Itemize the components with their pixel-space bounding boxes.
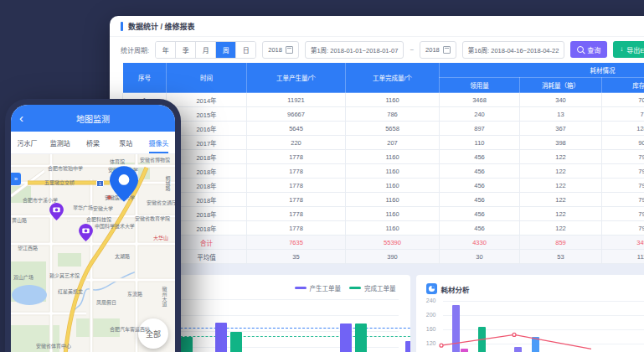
table-cell: 79	[602, 193, 644, 207]
period-option-年[interactable]: 年	[156, 42, 175, 58]
chart-title-text: 耗材分析	[441, 284, 470, 294]
table-cell: 207	[346, 136, 440, 150]
phone-tab-bar: 污水厂监测站桥梁泵站摄像头	[11, 132, 175, 154]
y-axis-tick-200: 200	[420, 312, 436, 318]
export-button-label: 导出Excel	[626, 45, 644, 54]
phone-page-title: 地图监测	[76, 112, 110, 125]
camera-pin[interactable]	[49, 203, 64, 224]
period-option-周[interactable]: 周	[215, 42, 235, 58]
map-label: 体育馆	[110, 158, 125, 165]
table-cell: 1160	[346, 193, 440, 207]
table-cell: 220	[247, 136, 346, 150]
table-cell: 7	[602, 107, 644, 122]
map-label: 安徽省体育中心	[36, 342, 71, 349]
table-cell: 456	[440, 164, 520, 179]
phone-mockup: ‹ 地图监测 污水厂监测站桥梁泵站摄像头	[5, 99, 181, 352]
map-label: 凤凰假日	[96, 298, 116, 306]
back-icon[interactable]: ‹	[19, 111, 23, 124]
column-header: 序号	[123, 63, 167, 93]
page: { "breadcrumb": "数据统计 / 维修报表", "filters"…	[0, 0, 644, 352]
phone-tab-泵站[interactable]: 泵站	[110, 132, 142, 153]
table-cell: 1160	[346, 207, 440, 221]
download-icon: ↓	[620, 46, 623, 53]
calendar-icon	[443, 46, 451, 54]
table-cell: 1778	[247, 164, 346, 179]
table-row: 22015年96667786240137690	[123, 107, 644, 122]
bar-group1-0	[514, 347, 522, 352]
period-option-季[interactable]: 季	[175, 42, 195, 58]
period-option-日[interactable]: 日	[235, 42, 255, 58]
table-cell: 122	[520, 179, 602, 193]
end-week-select[interactable]: 第16周: 2018-04-16~2018-04-22	[462, 41, 565, 59]
phone-tab-桥梁[interactable]: 桥梁	[76, 132, 109, 153]
phone-header: ‹ 地图监测	[11, 105, 175, 132]
table-cell: 1160	[346, 179, 440, 193]
phone-screen: ‹ 地图监测 污水厂监测站桥梁泵站摄像头	[11, 105, 175, 352]
phone-tab-污水厂[interactable]: 污水厂	[11, 132, 44, 153]
bar-完成工单量-3	[355, 324, 367, 352]
map-label: 合肥市琥珀中学	[48, 164, 83, 172]
road-shield: 1	[96, 180, 104, 187]
export-excel-button[interactable]: ↓ 导出Excel	[613, 41, 644, 58]
table-cell: 79	[602, 221, 644, 236]
y-axis-tick-120: 120	[420, 340, 436, 346]
table-row: 92018年177811604561227967	[123, 207, 644, 221]
table-cell: 340	[520, 93, 602, 107]
selected-pin[interactable]	[110, 166, 138, 205]
end-week-value: 第16周: 2018-04-16~2018-04-22	[468, 45, 559, 54]
bar-group0-1	[461, 349, 468, 352]
table-cell: 35	[247, 250, 346, 264]
table-row: 52018年177811604561227967	[123, 150, 644, 164]
table-cell: 30	[440, 250, 520, 264]
legend-item-0: 产生工单量	[295, 283, 342, 292]
table-cell: 897	[440, 122, 520, 136]
period-option-月[interactable]: 月	[195, 42, 215, 58]
query-button[interactable]: 查询	[570, 41, 607, 58]
phone-tab-摄像头[interactable]: 摄像头	[142, 132, 175, 153]
map-label: 五里墩立交桥	[44, 179, 75, 186]
map-label: 东流路	[127, 290, 142, 298]
sub-column-header: 领用量	[440, 78, 520, 93]
table-cell: 456	[440, 150, 520, 164]
charts-section: 产生工单量完成工单量 360323 耗材分析 2402001601208040	[110, 264, 644, 352]
table-cell: 122	[520, 207, 602, 221]
bar-产生工单量-1	[215, 323, 227, 352]
search-icon	[577, 46, 584, 53]
column-header: 时间	[167, 63, 247, 93]
map-label: 合肥汽车客运西站	[110, 325, 150, 333]
all-filter-button[interactable]: 全部	[138, 318, 168, 349]
gridline	[443, 344, 644, 344]
calendar-icon	[286, 46, 293, 54]
table-cell: 4330	[440, 236, 520, 250]
table-cell: 79	[602, 179, 644, 193]
chart-legend: 产生工单量完成工单量	[295, 283, 396, 292]
table-cell: 70	[602, 93, 644, 107]
map-label: 徽州大道	[160, 287, 167, 307]
table-cell: 55390	[346, 236, 440, 250]
table-row: 62018年177811604561227967	[123, 164, 644, 179]
bar-group0-0	[452, 305, 460, 352]
start-week-select[interactable]: 第1周: 2018-01-01~2018-01-07	[305, 41, 404, 59]
map-label: 安徽省博物馆	[140, 156, 170, 163]
map-label: 赖少其艺术馆	[49, 272, 80, 279]
range-separator: ~	[410, 46, 414, 54]
camera-pin[interactable]	[79, 224, 93, 245]
table-header-row: 序号时间工单产生量/个工单完成量/个耗材情况	[123, 63, 644, 78]
table-row: 72018年177811604561227967	[123, 179, 644, 193]
table-row: 42017年2202071103989019	[123, 136, 644, 150]
start-year-select[interactable]: 2018	[262, 41, 299, 59]
map-view[interactable]: 1 » 全部 合肥市琥珀中学体育馆安徽交通大学安徽省博物馆桐城路五里墩立交桥合肥…	[11, 154, 175, 352]
consumable-chart-card: 耗材分析 2402001601208040	[416, 275, 644, 352]
table-cell: 5645	[247, 122, 346, 136]
dashboard-panel: 数据统计 / 维修报表 统计周期: 年季月周日 2018 第1周: 2018-0…	[110, 16, 644, 352]
table-cell: 456	[440, 207, 520, 221]
table-cell: 122	[520, 164, 602, 179]
end-year-select[interactable]: 2018	[420, 41, 456, 59]
phone-tab-监测站[interactable]: 监测站	[44, 132, 76, 153]
table-cell: 96667	[247, 107, 346, 122]
table-cell: 398	[520, 136, 602, 150]
map-expander-button[interactable]: »	[11, 173, 21, 185]
table-cell: 1160	[346, 221, 440, 236]
table-cell: 7635	[247, 236, 346, 250]
table-cell: 1160	[346, 164, 440, 179]
